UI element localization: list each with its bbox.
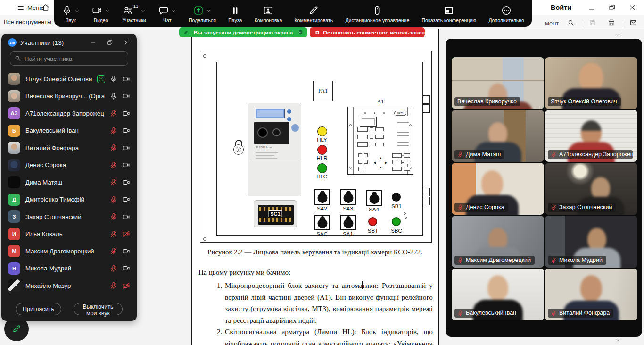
pause-icon	[230, 5, 240, 16]
mic-muted-icon[interactable]	[110, 213, 117, 220]
tile-name-label: Ятчук Олексій Олегович	[548, 97, 621, 106]
mail-icon[interactable]	[629, 19, 637, 26]
invite-button[interactable]: Пригласить	[16, 303, 61, 315]
restore-icon[interactable]	[608, 4, 616, 11]
mic-muted-icon[interactable]	[110, 161, 117, 169]
remote-icon	[372, 5, 382, 16]
participant-row[interactable]: НМикола Мудрий	[1, 260, 137, 278]
toolbar-item-audio[interactable]: Звук	[61, 4, 81, 23]
toolbar-item-video[interactable]: Видео	[91, 4, 111, 23]
mic-muted-icon[interactable]	[110, 109, 117, 117]
participant-row[interactable]: ИИлья Коваль	[1, 226, 137, 243]
chevron-down-icon[interactable]	[206, 8, 211, 14]
panel-maximize-icon[interactable]	[107, 39, 113, 46]
video-tile[interactable]: А71олександер Запорожец	[545, 110, 637, 162]
avatar	[8, 142, 20, 154]
participant-row[interactable]: ББакулевський Іван	[1, 122, 137, 140]
shared-document-page[interactable]: PA1 A1 MRZS ▲▼ ◀▶ SL7000 Itron SG	[191, 29, 439, 345]
camera-icon[interactable]	[122, 247, 130, 255]
chevron-down-icon[interactable]	[74, 8, 80, 14]
search-icon[interactable]	[567, 19, 575, 26]
mic-icon[interactable]	[110, 75, 117, 83]
camera-icon[interactable]	[122, 178, 130, 186]
home-icon[interactable]	[41, 3, 50, 12]
save-icon[interactable]	[589, 19, 596, 26]
lamp-hly	[317, 126, 327, 136]
mic-muted-icon[interactable]	[110, 127, 117, 135]
participant-name: А71олександер Запорожец	[25, 110, 105, 117]
toolbar-item-more[interactable]: Дополнительно	[487, 4, 525, 23]
hamburger-icon[interactable]	[17, 4, 25, 12]
participant-row[interactable]: Ятчук Олексій Олегович (Я)	[1, 70, 137, 88]
toolbar-item-remote[interactable]: Дистанционное управление	[344, 4, 410, 23]
participant-row[interactable]: Дима Матяш	[1, 174, 137, 191]
toolbar-item-layout[interactable]: Компоновка	[254, 4, 283, 23]
camera-icon[interactable]	[122, 144, 130, 152]
camera-off-icon[interactable]	[122, 230, 130, 238]
camera-icon[interactable]	[122, 75, 130, 83]
video-tile[interactable]: Максим Драгомерецкий	[452, 216, 544, 268]
camera-icon[interactable]	[122, 264, 130, 272]
mic-muted-icon[interactable]	[110, 196, 117, 203]
participant-row[interactable]: Михайло Мазур	[1, 277, 137, 295]
all-tools-label[interactable]: Все инструменты	[4, 19, 51, 25]
video-tile[interactable]: Захар Стопчанский	[545, 163, 637, 215]
mic-muted-icon[interactable]	[110, 247, 117, 255]
video-tile[interactable]: Денис Сорока	[452, 163, 544, 215]
camera-icon[interactable]	[122, 92, 130, 100]
video-tile[interactable]: Дима Матяш	[452, 110, 544, 162]
participant-row[interactable]: Денис Сорока	[1, 157, 137, 174]
mute-my-audio-button[interactable]: Выключить мой звук	[74, 303, 123, 315]
participant-row[interactable]: ЗЗахар Стопчанский	[1, 208, 137, 226]
camera-off-icon[interactable]	[122, 282, 130, 290]
mic-muted-icon	[457, 151, 463, 158]
video-tile[interactable]: Вячеслав Криворучко	[452, 57, 544, 109]
participant-row[interactable]: ДДмитрієнко Тимофій	[1, 191, 137, 209]
camera-icon[interactable]	[122, 161, 130, 169]
toolbar-item-pause[interactable]: Пауза	[227, 4, 243, 23]
toolbar-item-share[interactable]: Поделиться	[188, 4, 217, 23]
panel-minimize-icon[interactable]	[90, 39, 96, 46]
toolbar-item-label: Компоновка	[255, 17, 282, 23]
toolbar-item-conference[interactable]: Показать конференцию	[421, 4, 478, 23]
mic-icon[interactable]	[110, 93, 117, 100]
minimize-icon[interactable]	[588, 6, 595, 13]
close-icon[interactable]	[628, 4, 636, 11]
scroll-down-icon[interactable]	[614, 337, 621, 344]
chevron-down-icon[interactable]	[105, 8, 110, 14]
video-tile[interactable]: Ятчук Олексій Олегович	[545, 57, 637, 109]
mic-muted-icon	[551, 204, 557, 210]
toolbar-item-chat[interactable]: Чат	[157, 4, 177, 23]
panel-close-icon[interactable]	[124, 39, 130, 46]
participant-row[interactable]: АЗА71олександер Запорожец	[1, 105, 137, 122]
camera-icon[interactable]	[122, 195, 130, 203]
toolbar-item-annotate[interactable]: Комментировать	[293, 4, 334, 23]
mic-muted-icon[interactable]	[110, 282, 117, 289]
participant-row[interactable]: Вячеслав Криворуч... (Организатор)	[1, 88, 137, 105]
mic-muted-icon[interactable]	[110, 144, 117, 151]
button-sbc	[392, 217, 401, 226]
toolbar-item-participants[interactable]: 13Участники	[121, 4, 147, 23]
participant-row[interactable]: Виталий Фонфара	[1, 139, 137, 157]
mic-muted-icon[interactable]	[110, 265, 117, 272]
video-tile[interactable]: Бакулевський Іван	[452, 269, 544, 320]
switch-sa3-label: SA3	[339, 206, 357, 211]
avatar: М	[8, 245, 20, 257]
mic-muted-icon[interactable]	[110, 230, 117, 238]
camera-icon[interactable]	[122, 213, 130, 221]
video-tile[interactable]: Виталий Фонфара	[545, 269, 637, 320]
scroll-up-icon[interactable]	[616, 31, 622, 38]
audio-icon	[62, 5, 72, 16]
mic-muted-icon[interactable]	[110, 178, 117, 186]
chevron-down-icon[interactable]	[171, 8, 176, 14]
camera-icon[interactable]	[122, 126, 130, 135]
video-tile[interactable]: Микола Мудрий	[545, 216, 637, 268]
toolbar-item-label: Пауза	[228, 17, 242, 23]
chevron-down-icon[interactable]	[140, 8, 146, 14]
stop-share-button[interactable]: Остановить совместное использование	[310, 27, 425, 37]
signin-button[interactable]: Войти	[551, 4, 571, 11]
print-icon[interactable]	[608, 19, 615, 26]
participant-search-input[interactable]	[10, 51, 128, 66]
camera-icon[interactable]	[122, 109, 130, 118]
participant-row[interactable]: ММаксим Драгомерецкий	[1, 243, 137, 260]
